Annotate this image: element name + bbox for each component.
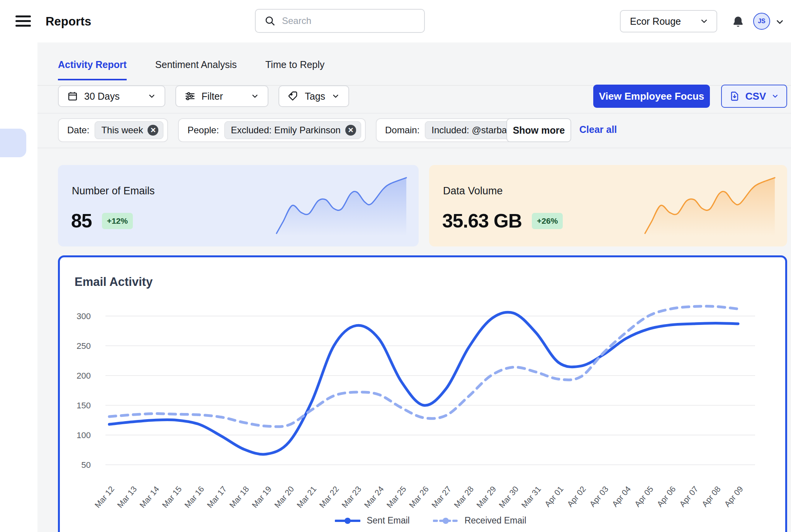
- chip-remove-button[interactable]: ✕: [148, 125, 158, 136]
- x-axis-tick: Mar 22: [317, 484, 341, 510]
- emails-sparkline: [273, 173, 409, 238]
- x-axis-tick: Mar 23: [340, 484, 363, 510]
- notifications-bell-icon[interactable]: [731, 15, 745, 30]
- page-title: Reports: [46, 15, 92, 29]
- stat-title: Number of Emails: [72, 185, 155, 197]
- x-axis-tick: Mar 27: [430, 484, 453, 510]
- x-axis-tick: Apr 09: [723, 484, 745, 508]
- workspace-name: Ecor Rouge: [630, 16, 681, 27]
- x-axis-tick: Mar 21: [295, 484, 318, 510]
- sidebar-active-item[interactable]: [0, 129, 26, 157]
- show-more-button[interactable]: Show more: [506, 118, 571, 142]
- x-axis-tick: Mar 14: [138, 484, 161, 510]
- x-axis-tick: Apr 01: [543, 484, 565, 508]
- y-axis-tick: 200: [76, 371, 91, 381]
- x-axis-tick: Mar 17: [205, 484, 228, 510]
- sent-email-swatch-icon: [335, 517, 360, 524]
- x-axis-tick: Mar 18: [227, 484, 251, 510]
- x-axis-tick: Mar 13: [115, 484, 139, 510]
- x-axis-tick: Apr 06: [655, 484, 677, 508]
- stat-title: Data Volume: [443, 185, 503, 197]
- x-axis-tick: Mar 19: [250, 484, 273, 510]
- chip-label: People:: [187, 125, 219, 136]
- x-axis-tick: Mar 31: [519, 484, 543, 510]
- chip-label: Date:: [67, 125, 89, 136]
- workspace-selector[interactable]: Ecor Rouge: [620, 10, 717, 32]
- view-employee-focus-button[interactable]: View Employee Focus: [593, 85, 710, 108]
- stat-card-data-volume: Data Volume 35.63 GB +26%: [429, 165, 787, 246]
- chip-value: This week: [101, 125, 143, 136]
- x-axis-tick: Mar 28: [452, 484, 475, 510]
- download-file-icon: [729, 91, 740, 102]
- avatar[interactable]: JS: [753, 13, 770, 30]
- x-axis-tick: Apr 07: [677, 484, 699, 508]
- top-bar: Reports Search Ecor Rouge JS: [0, 0, 791, 42]
- tab-activity-report[interactable]: Activity Report: [58, 59, 127, 80]
- x-axis-tick: Mar 15: [160, 484, 183, 510]
- divider: [37, 113, 791, 114]
- legend-item-sent[interactable]: Sent Email: [335, 515, 409, 526]
- stat-change-badge: +12%: [102, 213, 133, 229]
- legend-label: Received Email: [465, 515, 526, 526]
- tags-button[interactable]: Tags: [278, 85, 349, 107]
- filter-chip: People:Excluded: Emily Parkinson✕: [178, 118, 366, 142]
- y-axis-tick: 50: [81, 460, 91, 470]
- search-input[interactable]: Search: [255, 9, 425, 33]
- x-axis-tick: Apr 02: [565, 484, 587, 508]
- filter-label: Filter: [202, 91, 223, 102]
- csv-export-button[interactable]: CSV: [721, 85, 787, 108]
- tab-time-to-reply[interactable]: Time to Reply: [265, 59, 324, 80]
- x-axis-tick: Mar 29: [475, 484, 498, 510]
- chip-value-pill: This week✕: [95, 121, 163, 139]
- x-axis-tick: Apr 04: [610, 484, 633, 508]
- filter-toolbar: 30 Days Filter Tags: [58, 85, 349, 107]
- clear-all-link[interactable]: Clear all: [579, 124, 617, 135]
- x-axis-tick: Mar 25: [385, 484, 408, 510]
- chip-remove-button[interactable]: ✕: [345, 125, 356, 136]
- x-axis-tick: Mar 20: [273, 484, 296, 510]
- stat-value: 35.63 GB: [442, 210, 522, 232]
- x-axis-tick: Apr 03: [588, 484, 610, 508]
- date-range-button[interactable]: 30 Days: [58, 85, 165, 107]
- filter-chip: Date:This week✕: [58, 118, 168, 142]
- chevron-down-icon: [771, 92, 779, 100]
- legend-label: Sent Email: [367, 515, 409, 526]
- avatar-initials: JS: [758, 18, 766, 25]
- search-placeholder: Search: [282, 15, 311, 26]
- series-sent-email: [109, 312, 738, 454]
- x-axis-tick: Apr 08: [700, 484, 722, 508]
- chevron-down-icon: [699, 17, 709, 26]
- chip-label: Domain:: [385, 125, 419, 136]
- calendar-icon: [67, 91, 78, 102]
- x-axis-tick: Mar 26: [407, 484, 430, 510]
- search-icon: [264, 15, 276, 27]
- stat-value: 85: [71, 210, 92, 232]
- email-activity-line-chart: 30025020015010050Mar 12Mar 13Mar 14Mar 1…: [60, 257, 785, 512]
- received-email-swatch-icon: [433, 517, 458, 524]
- x-axis-tick: Mar 16: [183, 484, 206, 510]
- tag-icon: [288, 91, 299, 102]
- csv-label: CSV: [745, 90, 766, 102]
- user-menu-chevron-icon[interactable]: [775, 17, 785, 27]
- y-axis-tick: 100: [76, 430, 91, 440]
- email-activity-card[interactable]: Email Activity 30025020015010050Mar 12Ma…: [58, 255, 787, 532]
- filter-button[interactable]: Filter: [175, 85, 269, 107]
- tab-sentiment-analysis[interactable]: Sentiment Analysis: [155, 59, 237, 80]
- chip-value-pill: Excluded: Emily Parkinson✕: [224, 121, 361, 139]
- stat-card-number-of-emails: Number of Emails 85 +12%: [58, 165, 419, 246]
- x-axis-tick: Mar 12: [93, 484, 116, 510]
- date-range-label: 30 Days: [84, 91, 120, 102]
- report-tabs: Activity ReportSentiment AnalysisTime to…: [58, 59, 324, 80]
- tags-label: Tags: [305, 91, 325, 102]
- legend-item-received[interactable]: Received Email: [433, 515, 526, 526]
- chart-legend: Sent Email Received Email: [105, 515, 756, 526]
- x-axis-tick: Apr 05: [633, 484, 655, 508]
- chevron-down-icon: [331, 92, 340, 100]
- chevron-down-icon: [148, 92, 156, 100]
- x-axis-tick: Mar 24: [362, 484, 385, 510]
- y-axis-tick: 150: [76, 401, 91, 410]
- chip-value: Excluded: Emily Parkinson: [231, 125, 341, 136]
- data-volume-sparkline: [642, 173, 778, 238]
- menu-icon[interactable]: [15, 15, 31, 27]
- series-received-email: [109, 306, 738, 427]
